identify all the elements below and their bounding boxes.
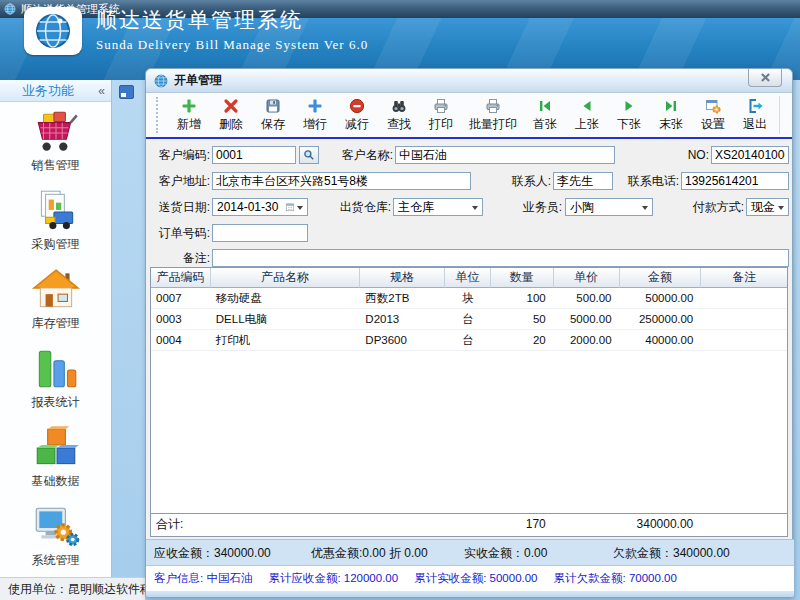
discount-amount: 优惠金额:0.00 [311,540,386,566]
toolbar-button-delete[interactable]: 删除 [210,95,252,135]
column-header[interactable]: 单位 [445,268,491,288]
calendar-icon [285,202,295,212]
close-button[interactable] [748,69,782,87]
column-header[interactable]: 数量 [491,268,554,288]
toolbar-button-settings[interactable]: 设置 [692,95,734,135]
sidebar-item-basedata[interactable]: 基础数据 [0,418,111,497]
delivery-date-value: 2014-01-30 [217,199,278,215]
sidebar-item-purchase[interactable]: 采购管理 [0,181,111,260]
toolbar-button-label: 保存 [261,116,285,133]
sidebar-item-label: 报表统计 [32,394,80,411]
total-label: 合计: [151,514,211,535]
status-debt-total: 累计欠款金额: 70000.00 [554,571,677,586]
cell-code: 0007 [151,288,211,309]
last-icon [663,98,679,114]
received-amount: 实收金额：0.00 [464,540,547,566]
app-logo [24,7,82,55]
cart-icon [31,110,81,154]
toolbar-button-label: 设置 [701,116,725,133]
delete-icon [223,98,239,114]
column-header[interactable]: 产品编码 [151,268,211,288]
status-customer-info: 客户信息: 中国石油 [154,571,252,586]
summary-bar: 应收金额：340000.00 优惠金额:0.00 折 0.00 实收金额：0.0… [146,539,794,565]
sidebar-item-label: 系统管理 [32,552,80,569]
column-header[interactable]: 金额 [620,268,702,288]
sidebar-item-reports[interactable]: 报表统计 [0,339,111,418]
salesman-select[interactable]: 小陶 [565,198,653,216]
contact-label: 联系人: [499,172,551,190]
receivable-amount: 应收金额：340000.00 [154,540,271,566]
address-label: 客户地址: [148,172,210,190]
table-row[interactable]: 0003 DELL电脑 D2013 台 50 5000.00 250000.00 [151,309,787,330]
sidebar-item-inventory[interactable]: 库存管理 [0,260,111,339]
toolbar-button-find[interactable]: 查找 [378,95,420,135]
toolbar-grip[interactable] [156,97,162,133]
toolbar-button-add-row[interactable]: 增行 [294,95,336,135]
cell-price: 5000.00 [554,309,620,330]
mdi-child-icon[interactable] [119,85,134,99]
cell-qty: 100 [491,288,554,309]
customer-status-bar: 客户信息: 中国石油 累计应收金额: 120000.00 累计实收金额: 500… [146,565,794,591]
column-header[interactable]: 规格 [360,268,445,288]
cell-spec: DP3600 [360,330,445,351]
address-input[interactable] [212,172,471,190]
toolbar-separator [779,96,780,134]
cell-unit: 台 [445,309,491,330]
toolbar-button-exit[interactable]: 退出 [734,95,776,135]
toolbar-button-prev[interactable]: 上张 [566,95,608,135]
sidebar: 业务功能 « 销售管理 采购管理 [0,80,112,577]
window-title: 开单管理 [174,72,222,89]
cell-remark [701,288,787,309]
window-titlebar[interactable]: 开单管理 [146,69,792,93]
table-row[interactable]: 0004 打印机 DP3600 台 20 2000.00 40000.00 [151,330,787,351]
payment-select[interactable]: 现金 [746,198,789,216]
toolbar-button-next[interactable]: 下张 [608,95,650,135]
status-footer-left: 使用单位：昆明顺达软件科 [0,577,145,600]
cell-name: DELL电脑 [211,309,361,330]
toolbar-button-first[interactable]: 首张 [524,95,566,135]
toolbar-button-remove-row[interactable]: 减行 [336,95,378,135]
bill-no-input[interactable] [711,146,789,164]
remark-input[interactable] [212,249,789,267]
column-header[interactable]: 单价 [554,268,620,288]
toolbar-button-last[interactable]: 末张 [650,95,692,135]
phone-input[interactable] [681,172,789,190]
cell-unit: 台 [445,330,491,351]
cell-qty: 50 [491,309,554,330]
toolbar-button-label: 退出 [743,116,767,133]
delivery-date-picker[interactable]: 2014-01-30 [212,198,308,216]
customer-lookup-button[interactable] [299,146,319,164]
toolbar-button-save[interactable]: 保存 [252,95,294,135]
sidebar-item-sales[interactable]: 销售管理 [0,102,111,181]
customer-name-input[interactable] [395,146,615,164]
remove-row-icon [349,98,365,114]
cell-name: 打印机 [211,330,361,351]
toolbar-button-label: 删除 [219,116,243,133]
salesman-value: 小陶 [570,200,594,214]
toolbar-button-new[interactable]: 新增 [168,95,210,135]
fold-amount: 折 0.00 [389,540,428,566]
sidebar-item-system[interactable]: 系统管理 [0,497,111,576]
sidebar-collapse-button[interactable]: « [98,84,105,98]
globe-icon [154,74,168,88]
cell-code: 0004 [151,330,211,351]
grid-header-row: 产品编码 产品名称 规格 单位 数量 单价 金额 备注 [151,268,787,288]
house-icon [31,268,81,312]
order-no-input[interactable] [212,224,308,242]
column-header[interactable]: 产品名称 [211,268,361,288]
payment-label: 付款方式: [682,198,744,216]
debt-amount: 欠款金额：340000.00 [613,540,730,566]
sidebar-item-label: 销售管理 [32,157,80,174]
column-header[interactable]: 备注 [701,268,787,288]
warehouse-select[interactable]: 主仓库 [393,198,483,216]
phone-label: 联系电话: [617,172,679,190]
add-icon [181,98,197,114]
cell-code: 0003 [151,309,211,330]
customer-code-input[interactable] [212,146,296,164]
toolbar-button-batch-print[interactable]: 批量打印 [462,95,524,135]
table-row[interactable]: 0007 移动硬盘 西数2TB 块 100 500.00 50000.00 [151,288,787,309]
toolbar-button-print[interactable]: 打印 [420,95,462,135]
app-root: 顺达送货单管理系统 顺达送货单管理系统 Sunda Delivery Bill … [0,0,800,600]
status-receivable-total: 累计应收金额: 120000.00 [268,571,398,586]
contact-input[interactable] [553,172,613,190]
